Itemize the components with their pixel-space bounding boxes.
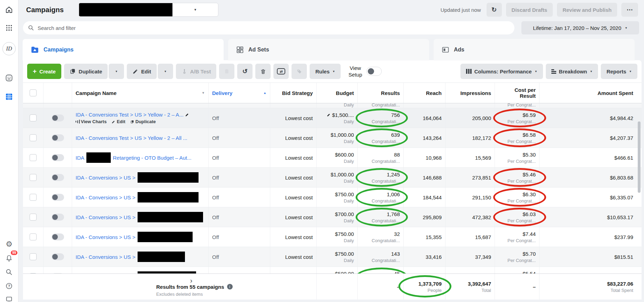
header-results[interactable]: Results xyxy=(357,83,403,103)
duplicate-button[interactable]: Duplicate xyxy=(64,64,108,79)
account-avatar[interactable]: ID xyxy=(2,42,16,56)
duplicate-action[interactable]: Duplicate xyxy=(130,119,156,124)
row-hover-actions: View Charts Edit Duplicate xyxy=(76,119,205,124)
campaign-name-link[interactable]: IDA - Conversions > US > xyxy=(76,254,135,260)
vertical-scrollbar[interactable] xyxy=(638,121,641,193)
notifications-bell-icon[interactable]: 99 xyxy=(2,251,16,265)
home-icon[interactable] xyxy=(2,3,16,17)
campaign-name-link[interactable]: IDA - Conversions Test > US > Yellow - 2… xyxy=(76,135,187,141)
header-bid-strategy[interactable]: Bid Strategy xyxy=(270,83,316,103)
campaign-name-link[interactable]: IDA xyxy=(76,155,84,161)
tab-ad-sets-label: Ad Sets xyxy=(248,47,269,53)
campaign-name-link[interactable]: IDA - Conversions Test > US > Yellow - 2… xyxy=(76,112,184,118)
ab-test-button[interactable]: A/B Test xyxy=(176,64,217,79)
gear-glyph: ⚙ xyxy=(6,240,13,248)
header-impressions[interactable]: Impressions xyxy=(445,83,495,103)
account-quality-icon[interactable] xyxy=(2,71,16,85)
columns-button[interactable]: Columns: Performance ▼ xyxy=(460,64,543,79)
campaign-toggle[interactable] xyxy=(52,134,64,141)
edit-action[interactable]: Edit xyxy=(111,119,125,124)
select-all-checkbox[interactable] xyxy=(30,89,37,96)
ad-sets-icon xyxy=(236,46,244,54)
view-charts-action[interactable]: View Charts xyxy=(76,119,107,124)
campaign-name-link[interactable]: IDA - Conversions > US > xyxy=(76,175,135,181)
discard-drafts-button[interactable]: Discard Drafts xyxy=(506,3,553,17)
campaign-toggle[interactable] xyxy=(52,154,64,161)
flask-icon xyxy=(181,69,187,74)
reports-button[interactable]: Reports ▼ xyxy=(601,64,637,79)
billing-icon[interactable] xyxy=(2,293,16,302)
more-options-button[interactable]: ⋯ xyxy=(621,3,638,17)
header-campaign-name[interactable]: Campaign Name ▼ xyxy=(72,83,208,103)
help-icon[interactable]: ? xyxy=(2,279,16,293)
tag-button[interactable] xyxy=(292,64,307,79)
refresh-button[interactable]: ↻ xyxy=(487,3,502,17)
toggle-knob xyxy=(368,68,374,74)
footer-note: Excludes deleted items xyxy=(156,292,232,297)
campaign-toggle[interactable] xyxy=(52,233,64,240)
row-checkbox[interactable] xyxy=(30,253,37,260)
row-checkbox[interactable] xyxy=(30,214,37,221)
row-checkbox[interactable] xyxy=(30,174,37,181)
header-amount-spent[interactable]: Amount Spent xyxy=(539,83,642,103)
create-button[interactable]: + Create xyxy=(27,64,61,79)
apps-grid-icon[interactable] xyxy=(2,21,16,35)
pencil-icon[interactable] xyxy=(185,112,189,117)
row-checkbox[interactable] xyxy=(30,194,37,201)
undo-button[interactable]: ↺ xyxy=(237,64,253,79)
date-range-label: Lifetime: Jan 17, 2020 – Nov 25, 2020 xyxy=(533,25,621,31)
row-checkbox[interactable] xyxy=(30,154,37,161)
pin-button[interactable] xyxy=(219,64,234,79)
ad-account-selector[interactable]: ▼ xyxy=(78,3,218,17)
row-checkbox[interactable] xyxy=(30,134,37,141)
info-icon[interactable]: i xyxy=(227,284,233,289)
expand-chevron-icon[interactable]: › xyxy=(190,277,193,284)
search-sidebar-icon[interactable] xyxy=(2,265,16,279)
table-toolbar: + Create Duplicate ▼ Edit ▼ xyxy=(23,60,642,82)
campaign-toggle[interactable] xyxy=(52,214,64,221)
campaign-name-link[interactable]: IDA - Conversions > US > xyxy=(76,234,135,240)
header-reach[interactable]: Reach xyxy=(403,83,445,103)
campaign-name-link[interactable]: Retargeting - OTO Budget – Aut... xyxy=(113,155,192,161)
rules-button[interactable]: Rules ▼ xyxy=(310,64,341,79)
table-row: IDA Retargeting - OTO Budget – Aut... Of… xyxy=(23,148,642,168)
search-filter-bar[interactable] xyxy=(23,21,514,34)
header-select-all[interactable] xyxy=(23,83,43,103)
search-input[interactable] xyxy=(38,25,510,31)
chevron-down-icon: ▼ xyxy=(629,70,632,73)
header-cost-per-result[interactable]: Cost per Result xyxy=(495,83,539,103)
plus-icon: + xyxy=(33,67,37,75)
pencil-icon[interactable] xyxy=(327,113,331,117)
breakdown-button[interactable]: Breakdown ▼ xyxy=(546,64,598,79)
header-delivery[interactable]: Delivery ▲ xyxy=(208,83,270,103)
campaign-name-cell: IDA - Conversions Test > US > Yellow - 2… xyxy=(72,108,208,128)
campaign-toggle[interactable] xyxy=(52,174,64,181)
edit-button[interactable]: Edit xyxy=(127,64,156,79)
edit-caret-button[interactable]: ▼ xyxy=(158,64,173,79)
chevron-down-icon[interactable]: ▼ xyxy=(202,91,205,95)
level-tabs: Campaigns Ad Sets Ads xyxy=(18,39,644,61)
tab-ad-sets[interactable]: Ad Sets xyxy=(228,39,429,61)
tab-ads[interactable]: Ads xyxy=(434,39,635,61)
edit-label: Edit xyxy=(141,69,151,74)
campaign-toggle[interactable] xyxy=(52,253,64,260)
campaign-name-link[interactable]: IDA - Conversions > US > xyxy=(76,194,135,200)
chevron-down-icon[interactable]: ▼ xyxy=(172,3,218,16)
pixel-button[interactable]: ⇄ xyxy=(273,64,289,79)
view-setup-label: View Setup xyxy=(347,65,364,78)
tab-campaigns[interactable]: Campaigns xyxy=(23,39,224,61)
duplicate-caret-button[interactable]: ▼ xyxy=(109,64,124,79)
campaigns-table-icon[interactable] xyxy=(2,90,16,104)
view-setup-toggle[interactable] xyxy=(366,67,382,76)
delete-button[interactable] xyxy=(255,64,271,79)
review-and-publish-button[interactable]: Review and Publish xyxy=(557,3,617,17)
campaign-toggle[interactable] xyxy=(52,194,64,201)
campaign-toggle[interactable] xyxy=(52,114,64,121)
header-budget[interactable]: Budget xyxy=(316,83,357,103)
date-range-button[interactable]: Lifetime: Jan 17, 2020 – Nov 25, 2020 ▼ xyxy=(521,21,639,34)
row-checkbox[interactable] xyxy=(30,233,37,240)
settings-gear-icon[interactable]: ⚙ xyxy=(2,237,16,251)
campaign-name-link[interactable]: IDA - Conversions > US > xyxy=(76,214,135,220)
row-checkbox[interactable] xyxy=(30,114,37,121)
swap-arrows-icon: ⇄ xyxy=(277,68,285,74)
